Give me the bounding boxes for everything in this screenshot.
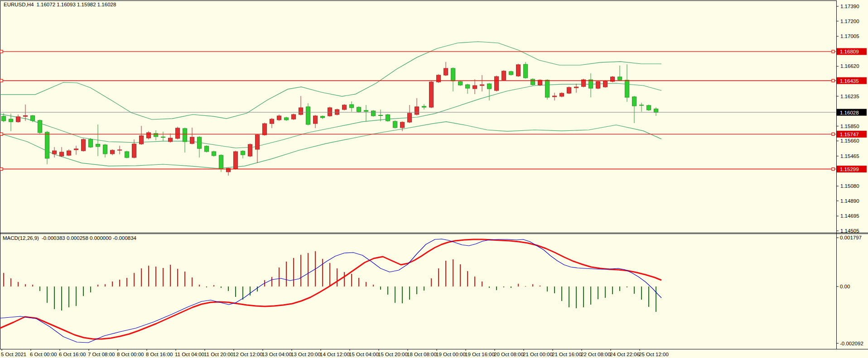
time-axis-label: 25 Oct 12:00 (639, 352, 669, 357)
time-axis-label: 21 Oct 16:00 (552, 352, 582, 357)
candle-body-bull (277, 116, 281, 120)
candle-body-bear (531, 79, 535, 85)
candle-body-bull (596, 81, 600, 88)
candle-body-bear (524, 64, 528, 78)
candle-body-bear (545, 80, 550, 97)
candle-body-bear (241, 151, 245, 155)
main-chart-panel[interactable] (0, 42, 836, 176)
macd-panel[interactable] (0, 239, 661, 343)
time-axis-label: 18 Oct 08:00 (407, 352, 437, 357)
candle-body-bear (96, 144, 100, 147)
candle-body-bull (132, 144, 136, 158)
candle-body-bull (342, 105, 347, 110)
candle-body-bear (357, 107, 361, 112)
candle-body-bear (38, 120, 42, 133)
candle-body-bull (82, 139, 86, 151)
candle-body-bull (560, 93, 564, 96)
level-line-handle[interactable] (0, 79, 3, 82)
time-axis[interactable]: 5 Oct 20216 Oct 00:006 Oct 16:007 Oct 08… (1, 349, 669, 357)
price-badge-label: 1.16809 (840, 49, 859, 54)
candle-body-bear (422, 106, 426, 107)
price-axis-label: 1.14505 (840, 228, 859, 234)
price-axis-label: 1.14695 (840, 213, 859, 219)
candle-body-bull (444, 68, 448, 75)
candle-body-bull (292, 115, 296, 119)
candle-body-bull (263, 124, 267, 135)
candle-body-bear (219, 155, 223, 169)
candle-body-bear (45, 132, 49, 158)
candle-body-bull (415, 107, 419, 115)
time-axis-label: 22 Oct 08:00 (581, 352, 611, 357)
price-axis-label: 1.17005 (840, 33, 859, 39)
candle-body-bear (654, 109, 658, 113)
candle-body-bear (89, 139, 93, 147)
level-line-handle[interactable] (0, 50, 3, 53)
candle-body-bull (335, 110, 339, 115)
price-axis-label: 1.16620 (840, 63, 859, 69)
chart-title: EURUSD,H41.16072 1.16093 1.15982 1.16028 (4, 2, 116, 7)
candle-body-bull (118, 150, 122, 150)
level-line-handle[interactable] (832, 79, 834, 82)
level-line-handle[interactable] (832, 50, 834, 53)
time-axis-label: 24 Oct 22:06 (610, 352, 640, 357)
price-axis-label: 1.17390 (840, 4, 859, 9)
candle-body-bear (458, 81, 463, 85)
time-axis-label: 13 Oct 04:00 (262, 352, 292, 357)
time-axis-label: 7 Oct 08:00 (88, 352, 115, 357)
level-line-handle[interactable] (832, 168, 834, 171)
candle-body-bear (161, 137, 165, 138)
candle-body-bear (589, 80, 593, 88)
time-axis-label: 6 Oct 00:00 (30, 352, 57, 357)
price-axis-label: 1.16235 (840, 94, 859, 99)
macd-axis[interactable]: 0.0017970.00-0.002092 (836, 235, 863, 346)
symbol-period-label: EURUSD,H4 (4, 2, 34, 7)
time-axis-label: 14 Oct 12:00 (320, 352, 350, 357)
candle-body-bear (2, 116, 6, 121)
candle-body-bull (328, 108, 332, 116)
price-axis-label: 1.15660 (840, 138, 859, 143)
candle-body-bull (74, 149, 78, 150)
candle-body-bear (212, 152, 216, 156)
candle-body-bear (379, 115, 383, 116)
price-axis[interactable]: 1.173901.172001.170051.166201.162351.158… (836, 4, 867, 234)
price-axis-label: 1.14890 (840, 198, 859, 204)
candle-body-bull (169, 138, 173, 142)
candle-body-bear (321, 116, 325, 118)
candle-body-bull (256, 135, 260, 149)
time-axis-label: 8 Oct 00:00 (117, 352, 144, 357)
price-axis-label: 1.15850 (840, 124, 859, 129)
candle-body-bear (451, 68, 455, 81)
time-axis-label: 15 Oct 20:00 (378, 352, 408, 357)
time-axis-label: 20 Oct 08:00 (494, 352, 524, 357)
candle-body-bull (140, 136, 144, 144)
macd-histogram (4, 251, 656, 312)
chart-canvas[interactable]: 1.173901.172001.170051.166201.162351.158… (0, 0, 868, 358)
level-line-handle[interactable] (0, 133, 3, 135)
candle-body-bear (9, 119, 13, 122)
candle-body-bull (299, 108, 303, 115)
candle-body-bull (234, 152, 238, 169)
candle-body-bull (495, 76, 499, 91)
candle-body-bear (466, 85, 470, 88)
level-line-handle[interactable] (0, 168, 3, 171)
candle-body-bull (53, 151, 57, 154)
candle-body-bull (270, 119, 274, 124)
candle-body-bull (567, 87, 571, 93)
candle-body-bull (16, 117, 20, 122)
candle-body-bear (306, 107, 310, 124)
time-axis-label: 11 Oct 20:00 (204, 352, 233, 357)
macd-values: -0.000383 0.000258 0.000000 -0.000834 (42, 235, 136, 241)
candle-body-bull (313, 116, 318, 124)
candle-body-bull (480, 85, 484, 86)
price-axis-label: 1.15465 (840, 153, 859, 159)
candle-body-bull (603, 81, 608, 87)
candle-body-bear (632, 97, 637, 106)
macd-axis-label: -0.002092 (840, 341, 863, 346)
candle-body-bear (198, 137, 202, 148)
time-axis-label: 19 Oct 16:00 (465, 352, 495, 357)
price-badge-label: 1.16028 (840, 110, 859, 115)
candle-body-bull (553, 96, 557, 97)
level-line-handle[interactable] (832, 133, 834, 135)
candle-body-bear (205, 146, 209, 152)
candle-body-bear (285, 118, 289, 120)
